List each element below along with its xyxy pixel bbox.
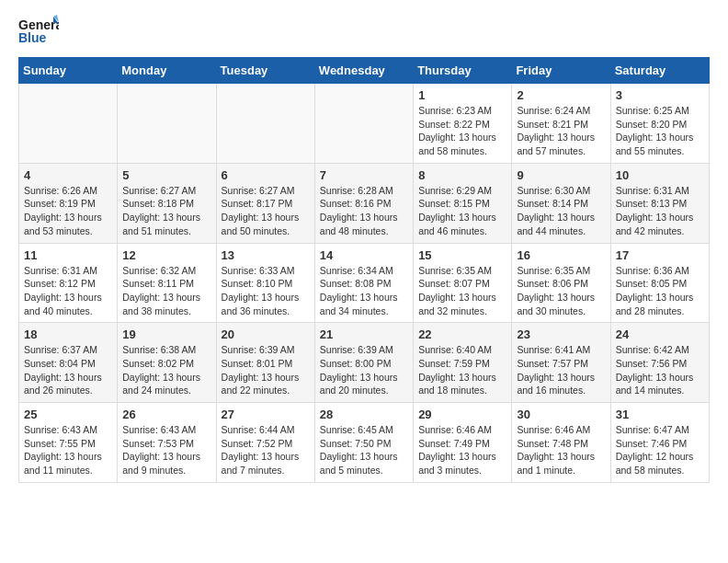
cell-content: Sunrise: 6:30 AMSunset: 8:14 PMDaylight:…	[517, 184, 606, 238]
header-row: SundayMondayTuesdayWednesdayThursdayFrid…	[19, 58, 710, 84]
day-number: 5	[122, 168, 211, 182]
cell-content: Sunrise: 6:29 AMSunset: 8:15 PMDaylight:…	[418, 184, 507, 238]
col-header-wednesday: Wednesday	[314, 58, 413, 84]
calendar-cell: 28Sunrise: 6:45 AMSunset: 7:50 PMDayligh…	[314, 403, 413, 483]
calendar-cell: 11Sunrise: 6:31 AMSunset: 8:12 PMDayligh…	[19, 243, 118, 323]
calendar-cell: 8Sunrise: 6:29 AMSunset: 8:15 PMDaylight…	[414, 163, 512, 243]
cell-content: Sunrise: 6:37 AMSunset: 8:04 PMDaylight:…	[24, 343, 113, 397]
calendar-cell: 6Sunrise: 6:27 AMSunset: 8:17 PMDaylight…	[216, 163, 314, 243]
calendar-cell: 10Sunrise: 6:31 AMSunset: 8:13 PMDayligh…	[610, 163, 709, 243]
calendar-cell: 3Sunrise: 6:25 AMSunset: 8:20 PMDaylight…	[610, 84, 709, 164]
day-number: 30	[517, 408, 606, 421]
day-number: 11	[24, 248, 113, 262]
cell-content: Sunrise: 6:39 AMSunset: 8:01 PMDaylight:…	[222, 343, 311, 397]
day-number: 31	[616, 408, 705, 421]
cell-content: Sunrise: 6:24 AMSunset: 8:21 PMDaylight:…	[517, 104, 606, 158]
day-number: 24	[616, 327, 705, 341]
week-row-5: 25Sunrise: 6:43 AMSunset: 7:55 PMDayligh…	[19, 403, 710, 483]
calendar-cell: 20Sunrise: 6:39 AMSunset: 8:01 PMDayligh…	[216, 323, 314, 403]
cell-content: Sunrise: 6:32 AMSunset: 8:11 PMDaylight:…	[122, 264, 211, 318]
cell-content: Sunrise: 6:26 AMSunset: 8:19 PMDaylight:…	[24, 184, 113, 238]
calendar-cell	[216, 84, 314, 164]
day-number: 18	[24, 327, 113, 341]
cell-content: Sunrise: 6:31 AMSunset: 8:12 PMDaylight:…	[24, 264, 113, 318]
logo-svg: General Blue	[18, 15, 59, 48]
day-number: 8	[418, 168, 507, 182]
day-number: 26	[122, 408, 211, 421]
col-header-friday: Friday	[512, 58, 610, 84]
cell-content: Sunrise: 6:41 AMSunset: 7:57 PMDaylight:…	[517, 343, 606, 397]
day-number: 19	[122, 327, 211, 341]
calendar-cell	[314, 84, 413, 164]
day-number: 28	[320, 408, 409, 421]
calendar-cell: 1Sunrise: 6:23 AMSunset: 8:22 PMDaylight…	[414, 84, 512, 164]
calendar-cell: 21Sunrise: 6:39 AMSunset: 8:00 PMDayligh…	[314, 323, 413, 403]
day-number: 29	[418, 408, 507, 421]
day-number: 4	[24, 168, 113, 182]
cell-content: Sunrise: 6:23 AMSunset: 8:22 PMDaylight:…	[418, 104, 507, 158]
cell-content: Sunrise: 6:35 AMSunset: 8:06 PMDaylight:…	[517, 264, 606, 318]
calendar-table: SundayMondayTuesdayWednesdayThursdayFrid…	[18, 57, 710, 483]
col-header-monday: Monday	[118, 58, 216, 84]
cell-content: Sunrise: 6:44 AMSunset: 7:52 PMDaylight:…	[222, 423, 311, 477]
cell-content: Sunrise: 6:33 AMSunset: 8:10 PMDaylight:…	[222, 264, 311, 318]
cell-content: Sunrise: 6:27 AMSunset: 8:18 PMDaylight:…	[122, 184, 211, 238]
day-number: 21	[320, 327, 409, 341]
calendar-cell: 31Sunrise: 6:47 AMSunset: 7:46 PMDayligh…	[610, 403, 709, 483]
calendar-cell: 7Sunrise: 6:28 AMSunset: 8:16 PMDaylight…	[314, 163, 413, 243]
calendar-cell: 27Sunrise: 6:44 AMSunset: 7:52 PMDayligh…	[216, 403, 314, 483]
calendar-cell: 23Sunrise: 6:41 AMSunset: 7:57 PMDayligh…	[512, 323, 610, 403]
calendar-cell: 2Sunrise: 6:24 AMSunset: 8:21 PMDaylight…	[512, 84, 610, 164]
cell-content: Sunrise: 6:27 AMSunset: 8:17 PMDaylight:…	[222, 184, 311, 238]
cell-content: Sunrise: 6:43 AMSunset: 7:55 PMDaylight:…	[24, 423, 113, 477]
day-number: 1	[418, 88, 507, 102]
calendar-cell: 14Sunrise: 6:34 AMSunset: 8:08 PMDayligh…	[314, 243, 413, 323]
day-number: 14	[320, 248, 409, 262]
calendar-cell	[19, 84, 118, 164]
day-number: 23	[517, 327, 606, 341]
cell-content: Sunrise: 6:39 AMSunset: 8:00 PMDaylight:…	[320, 343, 409, 397]
day-number: 7	[320, 168, 409, 182]
cell-content: Sunrise: 6:35 AMSunset: 8:07 PMDaylight:…	[418, 264, 507, 318]
calendar-cell: 24Sunrise: 6:42 AMSunset: 7:56 PMDayligh…	[610, 323, 709, 403]
day-number: 22	[418, 327, 507, 341]
calendar-cell: 17Sunrise: 6:36 AMSunset: 8:05 PMDayligh…	[610, 243, 709, 323]
calendar-cell: 4Sunrise: 6:26 AMSunset: 8:19 PMDaylight…	[19, 163, 118, 243]
day-number: 16	[517, 248, 606, 262]
cell-content: Sunrise: 6:45 AMSunset: 7:50 PMDaylight:…	[320, 423, 409, 477]
day-number: 10	[616, 168, 705, 182]
calendar-cell: 15Sunrise: 6:35 AMSunset: 8:07 PMDayligh…	[414, 243, 512, 323]
calendar-cell: 22Sunrise: 6:40 AMSunset: 7:59 PMDayligh…	[414, 323, 512, 403]
week-row-3: 11Sunrise: 6:31 AMSunset: 8:12 PMDayligh…	[19, 243, 710, 323]
cell-content: Sunrise: 6:38 AMSunset: 8:02 PMDaylight:…	[122, 343, 211, 397]
cell-content: Sunrise: 6:36 AMSunset: 8:05 PMDaylight:…	[616, 264, 705, 318]
week-row-1: 1Sunrise: 6:23 AMSunset: 8:22 PMDaylight…	[19, 84, 710, 164]
calendar-cell: 25Sunrise: 6:43 AMSunset: 7:55 PMDayligh…	[19, 403, 118, 483]
day-number: 17	[616, 248, 705, 262]
cell-content: Sunrise: 6:34 AMSunset: 8:08 PMDaylight:…	[320, 264, 409, 318]
calendar-cell: 30Sunrise: 6:46 AMSunset: 7:48 PMDayligh…	[512, 403, 610, 483]
col-header-tuesday: Tuesday	[216, 58, 314, 84]
day-number: 13	[222, 248, 311, 262]
day-number: 27	[222, 408, 311, 421]
header: General Blue	[18, 15, 710, 48]
calendar-cell: 18Sunrise: 6:37 AMSunset: 8:04 PMDayligh…	[19, 323, 118, 403]
cell-content: Sunrise: 6:46 AMSunset: 7:48 PMDaylight:…	[517, 423, 606, 477]
day-number: 20	[222, 327, 311, 341]
day-number: 6	[222, 168, 311, 182]
calendar-cell	[118, 84, 216, 164]
day-number: 9	[517, 168, 606, 182]
cell-content: Sunrise: 6:43 AMSunset: 7:53 PMDaylight:…	[122, 423, 211, 477]
col-header-sunday: Sunday	[19, 58, 118, 84]
svg-text:Blue: Blue	[18, 30, 47, 45]
logo: General Blue	[18, 15, 59, 48]
day-number: 12	[122, 248, 211, 262]
calendar-cell: 26Sunrise: 6:43 AMSunset: 7:53 PMDayligh…	[118, 403, 216, 483]
calendar-cell: 9Sunrise: 6:30 AMSunset: 8:14 PMDaylight…	[512, 163, 610, 243]
cell-content: Sunrise: 6:28 AMSunset: 8:16 PMDaylight:…	[320, 184, 409, 238]
col-header-thursday: Thursday	[414, 58, 512, 84]
week-row-2: 4Sunrise: 6:26 AMSunset: 8:19 PMDaylight…	[19, 163, 710, 243]
day-number: 3	[616, 88, 705, 102]
col-header-saturday: Saturday	[610, 58, 709, 84]
calendar-cell: 5Sunrise: 6:27 AMSunset: 8:18 PMDaylight…	[118, 163, 216, 243]
